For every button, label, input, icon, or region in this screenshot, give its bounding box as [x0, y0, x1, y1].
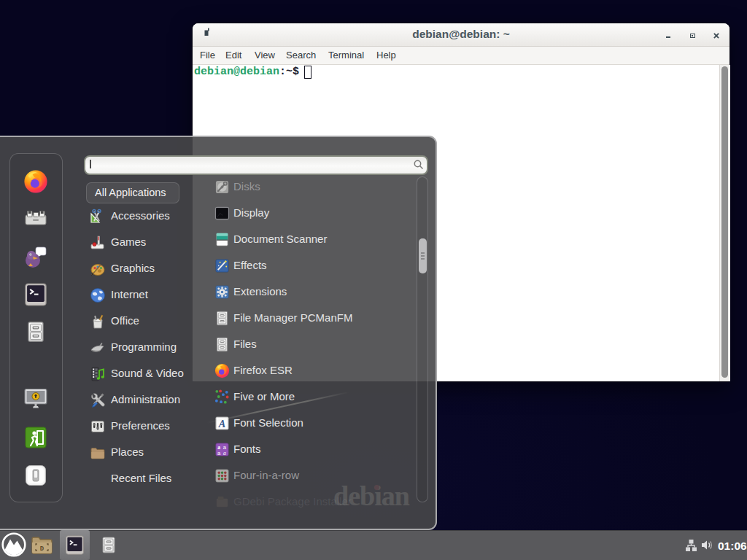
svg-text:a: a — [217, 450, 221, 456]
svg-text:D: D — [40, 545, 44, 553]
svg-text:a: a — [223, 450, 226, 456]
